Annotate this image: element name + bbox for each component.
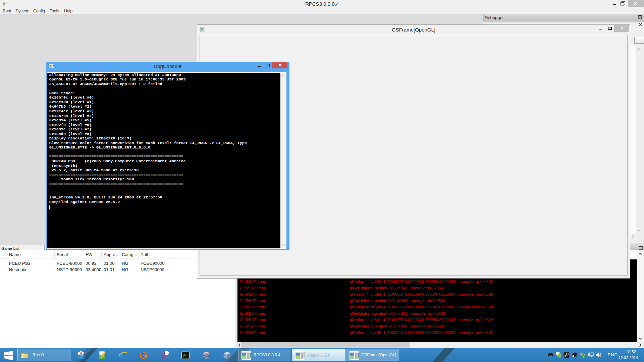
svg-text:e: e [119,351,124,360]
